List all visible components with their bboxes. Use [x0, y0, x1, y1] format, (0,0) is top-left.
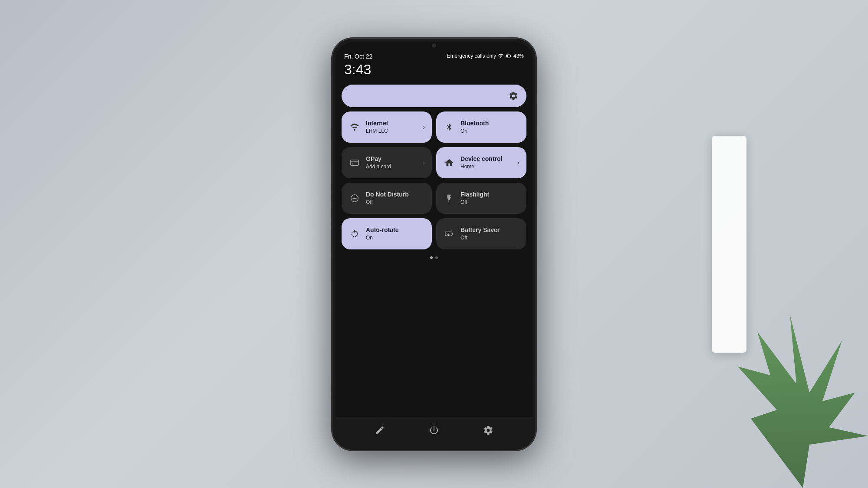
- dnd-tile-icon: [349, 192, 361, 204]
- edit-nav-button[interactable]: [372, 422, 388, 438]
- emergency-text: Emergency calls only: [447, 53, 496, 59]
- device-control-tile[interactable]: Device control Home ›: [436, 147, 526, 178]
- phone-screen: Fri, Oct 22 Emergency calls only 43%: [335, 42, 533, 447]
- dnd-subtitle: Off: [366, 199, 425, 205]
- status-date: Fri, Oct 22: [344, 53, 372, 60]
- gpay-chevron: ›: [423, 159, 425, 166]
- internet-title: Internet: [366, 120, 418, 127]
- svg-rect-5: [352, 163, 354, 164]
- svg-point-3: [354, 129, 355, 131]
- internet-subtitle: LHM LLC: [366, 128, 418, 134]
- device-control-subtitle: Home: [460, 164, 512, 170]
- gpay-tile-icon: [349, 157, 361, 169]
- battery-status-icon: [506, 53, 512, 59]
- power-nav-button[interactable]: [426, 422, 442, 438]
- auto-rotate-tile[interactable]: Auto-rotate On: [342, 218, 432, 249]
- battery-saver-tile-icon: [443, 228, 455, 240]
- current-time: 3:43: [344, 62, 371, 78]
- tile-row-2: GPay Add a card › Device control Home: [342, 147, 526, 178]
- internet-chevron: ›: [423, 124, 425, 131]
- wifi-status-icon: [498, 53, 504, 59]
- svg-rect-2: [506, 55, 508, 57]
- device-control-tile-text: Device control Home: [460, 155, 512, 170]
- battery-percent: 43%: [513, 53, 524, 59]
- status-bar: Fri, Oct 22 Emergency calls only 43%: [335, 48, 533, 62]
- bluetooth-title: Bluetooth: [460, 120, 519, 127]
- battery-saver-title: Battery Saver: [460, 226, 519, 234]
- home-tile-icon: [443, 157, 455, 169]
- quick-settings-panel: Internet LHM LLC › Bluetooth On: [335, 81, 533, 417]
- tile-row-1: Internet LHM LLC › Bluetooth On: [342, 111, 526, 143]
- svg-rect-4: [351, 160, 358, 165]
- flashlight-tile-text: Flashlight Off: [460, 191, 519, 205]
- device-control-chevron: ›: [517, 159, 519, 166]
- battery-saver-tile[interactable]: Battery Saver Off: [436, 218, 526, 249]
- camera-dot: [432, 43, 436, 48]
- svg-point-0: [500, 57, 501, 58]
- auto-rotate-tile-text: Auto-rotate On: [366, 226, 425, 241]
- bottom-nav: [335, 417, 533, 447]
- battery-saver-subtitle: Off: [460, 235, 519, 241]
- dnd-tile[interactable]: Do Not Disturb Off: [342, 183, 432, 214]
- gpay-tile-text: GPay Add a card: [366, 155, 418, 170]
- bluetooth-tile-text: Bluetooth On: [460, 120, 519, 134]
- auto-rotate-title: Auto-rotate: [366, 226, 425, 234]
- dnd-title: Do Not Disturb: [366, 191, 425, 198]
- dot-2: [435, 256, 438, 259]
- bluetooth-tile-icon: [443, 121, 455, 133]
- gpay-title: GPay: [366, 155, 418, 163]
- flashlight-tile[interactable]: Flashlight Off: [436, 183, 526, 214]
- bluetooth-subtitle: On: [460, 128, 519, 134]
- settings-gear-button[interactable]: [507, 90, 519, 102]
- decorative-box: [712, 136, 746, 353]
- tile-row-3: Do Not Disturb Off Flashlight Off: [342, 183, 526, 214]
- settings-search-bar[interactable]: [342, 85, 526, 107]
- internet-tile-text: Internet LHM LLC: [366, 120, 418, 134]
- flashlight-title: Flashlight: [460, 191, 519, 198]
- dnd-tile-text: Do Not Disturb Off: [366, 191, 425, 205]
- device-control-title: Device control: [460, 155, 512, 163]
- phone-frame: Fri, Oct 22 Emergency calls only 43%: [332, 38, 536, 450]
- auto-rotate-subtitle: On: [366, 235, 425, 241]
- flashlight-subtitle: Off: [460, 199, 519, 205]
- wifi-tile-icon: [349, 121, 361, 133]
- tile-row-4: Auto-rotate On Battery Saver: [342, 218, 526, 249]
- battery-saver-tile-text: Battery Saver Off: [460, 226, 519, 241]
- internet-tile[interactable]: Internet LHM LLC ›: [342, 111, 432, 143]
- time-row: 3:43: [335, 62, 533, 81]
- gpay-tile[interactable]: GPay Add a card ›: [342, 147, 432, 178]
- bluetooth-tile[interactable]: Bluetooth On: [436, 111, 526, 143]
- dot-1: [430, 256, 433, 259]
- settings-nav-button[interactable]: [480, 422, 496, 438]
- flashlight-tile-icon: [443, 192, 455, 204]
- page-indicator: [342, 254, 526, 262]
- status-right: Emergency calls only 43%: [447, 53, 524, 59]
- rotate-tile-icon: [349, 228, 361, 240]
- gpay-subtitle: Add a card: [366, 164, 418, 170]
- notch: [335, 42, 533, 48]
- gear-icon: [509, 91, 518, 101]
